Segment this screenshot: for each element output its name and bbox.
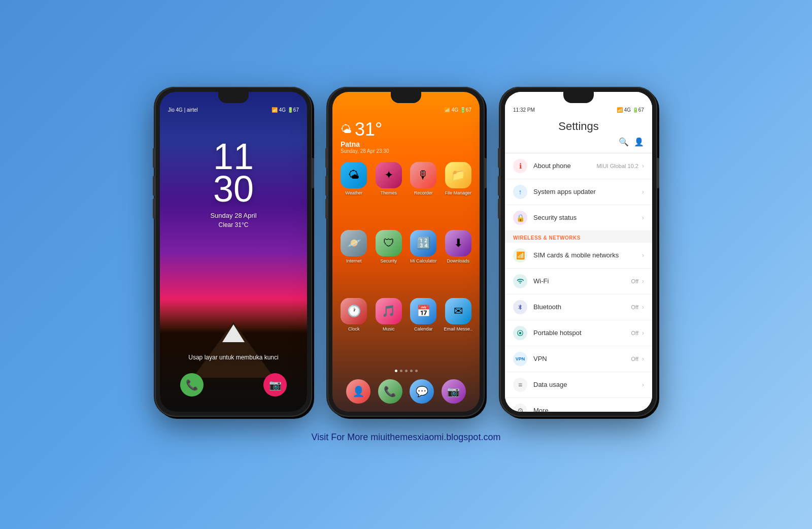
bluetooth-value: Off <box>631 304 638 310</box>
security-status-chevron: › <box>642 214 644 221</box>
app-recorder[interactable]: 🎙 Recorder <box>408 162 439 226</box>
more-chevron: › <box>642 407 644 412</box>
phone-homescreen: 📶 4G 🔋67 🌤 31° Patna Sunday, 28 Apr 23:3… <box>327 87 485 417</box>
mountain-snow <box>222 324 245 342</box>
dock: 👤 📞 💬 📷 <box>332 375 480 412</box>
dot-2 <box>400 370 402 372</box>
app-music-icon: 🎵 <box>376 298 402 324</box>
wifi-icon <box>513 274 527 288</box>
wifi-content: Wi-Fi Off › <box>533 277 644 285</box>
phone-settings: 11:32 PM 📶 4G 🔋67 Settings 🔍 👤 ℹ <box>500 87 657 417</box>
lock-date: Sunday 28 April <box>210 212 256 219</box>
app-filemanager[interactable]: 📁 File Manager <box>443 162 474 226</box>
app-calendar[interactable]: 📅 Calendar <box>408 298 439 362</box>
app-clock-icon: 🕐 <box>341 298 367 324</box>
app-music[interactable]: 🎵 Music <box>374 298 404 362</box>
lock-minutes: 30 <box>213 173 254 206</box>
dock-camera[interactable]: 📷 <box>442 379 466 404</box>
weather-city: Patna <box>341 140 471 148</box>
app-calculator[interactable]: 🔢 Mi Calculator <box>408 230 439 294</box>
app-recorder-icon: 🎙 <box>410 162 436 188</box>
data-usage-content: Data usage › <box>533 381 644 388</box>
app-security-icon: 🛡 <box>376 230 402 256</box>
footer-text: Visit For More miuithemesxiaomi.blogspot… <box>312 432 501 443</box>
profile-icon[interactable]: 👤 <box>634 137 644 147</box>
camera-button[interactable]: 📷 <box>263 373 287 396</box>
hotspot-value: Off <box>631 330 638 336</box>
bluetooth-label: Bluetooth <box>533 303 561 311</box>
app-music-label: Music <box>383 326 395 332</box>
system-apps-icon: ↑ <box>513 185 527 199</box>
app-clock-label: Clock <box>348 326 360 332</box>
unlock-text: Usap layar untuk membuka kunci <box>188 354 278 361</box>
hotspot-icon <box>513 326 527 340</box>
app-themes-icon: ✦ <box>376 162 402 188</box>
app-downloads-label: Downloads <box>447 258 469 263</box>
app-themes[interactable]: ✦ Themes <box>374 162 404 226</box>
app-internet-icon: 🪐 <box>341 230 367 256</box>
lock-hours: 11 <box>213 140 254 173</box>
settings-wifi[interactable]: Wi-Fi Off › <box>505 269 652 294</box>
phone-lockscreen: Jio 4G | airtel 📶 4G 🔋67 11 30 Sunday 28… <box>155 87 312 417</box>
bluetooth-chevron: › <box>642 304 644 311</box>
vpn-label: VPN <box>533 355 547 362</box>
settings-data-usage[interactable]: ≡ Data usage › <box>505 372 652 398</box>
phone-button[interactable]: 📞 <box>180 373 204 396</box>
settings-vpn[interactable]: VPN VPN Off › <box>505 346 652 372</box>
vpn-value: Off <box>631 356 638 362</box>
app-downloads-icon: ⬇ <box>445 230 471 256</box>
app-clock[interactable]: 🕐 Clock <box>339 298 369 362</box>
settings-security-status[interactable]: 🔒 Security status › <box>505 205 652 231</box>
app-calculator-icon: 🔢 <box>410 230 436 256</box>
system-apps-content: System apps updater › <box>533 188 644 195</box>
settings-time: 11:32 PM <box>513 107 535 113</box>
settings-about-phone[interactable]: ℹ About phone MIUI Global 10.2 › <box>505 153 652 179</box>
app-internet[interactable]: 🪐 Internet <box>339 230 369 294</box>
vpn-chevron: › <box>642 355 644 362</box>
app-security[interactable]: 🛡 Security <box>374 230 404 294</box>
settings-hotspot[interactable]: Portable hotspot Off › <box>505 320 652 346</box>
dot-4 <box>410 370 413 372</box>
data-usage-icon: ≡ <box>513 378 527 392</box>
phones-container: Jio 4G | airtel 📶 4G 🔋67 11 30 Sunday 28… <box>155 87 657 417</box>
about-phone-content: About phone MIUI Global 10.2 › <box>533 162 644 170</box>
settings-system-apps[interactable]: ↑ System apps updater › <box>505 179 652 205</box>
notch-phone1 <box>218 92 249 103</box>
sim-label: SIM cards & mobile networks <box>533 251 619 259</box>
settings-title: Settings <box>513 120 644 133</box>
app-calculator-label: Mi Calculator <box>410 258 437 263</box>
hotspot-label: Portable hotspot <box>533 329 582 337</box>
more-label: More <box>533 407 549 412</box>
security-status-label: Security status <box>533 214 577 221</box>
more-content: More › <box>533 407 644 412</box>
app-email[interactable]: ✉ Email Messe.. <box>443 298 474 362</box>
dock-messages[interactable]: 💬 <box>410 379 434 404</box>
notch-phone2 <box>391 92 421 103</box>
app-weather[interactable]: 🌤 Weather <box>339 162 369 226</box>
system-apps-chevron: › <box>642 188 644 195</box>
notch-phone3 <box>563 92 594 103</box>
app-email-icon: ✉ <box>445 298 471 324</box>
bluetooth-content: Bluetooth Off › <box>533 303 644 311</box>
app-email-label: Email Messe.. <box>444 326 472 332</box>
dock-contacts[interactable]: 👤 <box>346 379 370 404</box>
settings-bluetooth[interactable]: Bluetooth Off › <box>505 294 652 320</box>
settings-signal: 📶 4G 🔋67 <box>617 107 644 113</box>
dock-phone[interactable]: 📞 <box>378 379 402 404</box>
settings-more[interactable]: ⚙ More › <box>505 398 652 412</box>
app-security-label: Security <box>380 258 397 263</box>
app-filemanager-label: File Manager <box>445 190 471 195</box>
settings-sim[interactable]: 📶 SIM cards & mobile networks › <box>505 243 652 269</box>
lock-actions: 📞 📷 <box>160 373 307 396</box>
wifi-value: Off <box>631 278 638 284</box>
app-downloads[interactable]: ⬇ Downloads <box>443 230 474 294</box>
settingsscreen: 11:32 PM 📶 4G 🔋67 Settings 🔍 👤 ℹ <box>505 92 652 412</box>
weather-widget: 🌤 31° Patna Sunday, 28 Apr 23:30 <box>332 115 480 158</box>
dot-5 <box>415 370 418 372</box>
more-icon: ⚙ <box>513 404 527 412</box>
settings-toolbar: 🔍 👤 <box>513 137 644 147</box>
vpn-content: VPN Off › <box>533 355 644 362</box>
app-themes-label: Themes <box>380 190 397 195</box>
search-icon[interactable]: 🔍 <box>619 137 629 147</box>
page-dots <box>332 367 480 375</box>
